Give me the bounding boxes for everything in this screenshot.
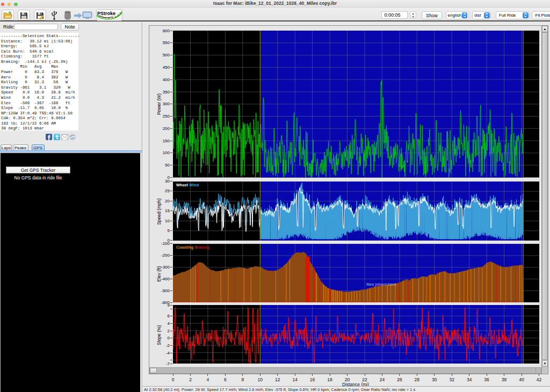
svg-text:PStroke: PStroke	[97, 11, 115, 16]
svg-text:files joined here: files joined here	[366, 282, 396, 287]
